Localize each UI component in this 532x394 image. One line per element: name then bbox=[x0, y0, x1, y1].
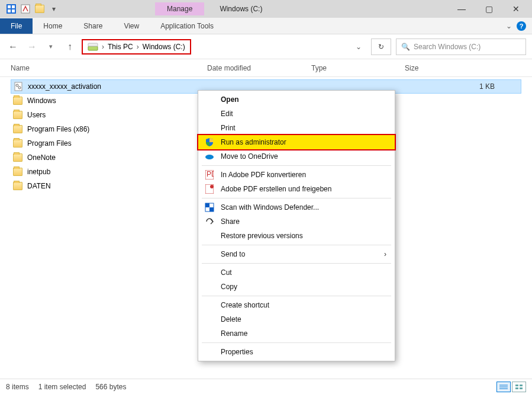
folder-icon bbox=[13, 96, 22, 105]
search-icon: 🔍 bbox=[401, 43, 410, 51]
tab-share[interactable]: Share bbox=[73, 18, 113, 34]
menu-adobe-convert[interactable]: PDF In Adobe PDF konvertieren bbox=[198, 168, 395, 182]
menu-edit[interactable]: Edit bbox=[198, 107, 395, 121]
navigation-bar: ← → ▾ ↑ › This PC › Windows (C:) ⌄ ↻ 🔍 S… bbox=[0, 34, 532, 59]
file-name: DATEN bbox=[27, 182, 51, 190]
chevron-right-icon: › bbox=[102, 43, 104, 51]
column-size[interactable]: Size bbox=[405, 64, 452, 72]
svg-rect-6 bbox=[88, 46, 98, 50]
menu-print[interactable]: Print bbox=[198, 121, 395, 135]
menu-label: Scan with Windows Defender... bbox=[221, 203, 319, 212]
details-view-button[interactable] bbox=[496, 382, 511, 392]
minimize-button[interactable]: — bbox=[448, 0, 475, 18]
qat-dropdown-icon[interactable]: ▾ bbox=[47, 2, 60, 15]
breadcrumb[interactable]: › This PC › Windows (C:) bbox=[82, 39, 191, 55]
status-count: 8 items bbox=[6, 383, 29, 391]
svg-rect-24 bbox=[515, 387, 518, 389]
batch-file-icon bbox=[14, 82, 23, 91]
svg-rect-2 bbox=[12, 5, 15, 8]
menu-send-to[interactable]: Send to › bbox=[198, 247, 395, 261]
menu-run-as-admin[interactable]: Run as administrator bbox=[198, 135, 395, 149]
svg-rect-7 bbox=[88, 43, 98, 46]
breadcrumb-item[interactable]: Windows (C:) bbox=[143, 43, 185, 51]
folder-icon bbox=[13, 167, 22, 177]
menu-properties[interactable]: Properties bbox=[198, 345, 395, 359]
context-menu: Open Edit Print Run as administrator Mov… bbox=[198, 90, 395, 361]
address-dropdown-icon[interactable]: ⌄ bbox=[351, 43, 366, 51]
svg-rect-4 bbox=[12, 9, 15, 12]
maximize-button[interactable]: ▢ bbox=[475, 0, 502, 18]
search-input[interactable]: 🔍 Search Windows (C:) bbox=[396, 39, 526, 55]
menu-share[interactable]: Share bbox=[198, 214, 395, 229]
up-button[interactable]: ↑ bbox=[63, 40, 77, 54]
menu-cut[interactable]: Cut bbox=[198, 265, 395, 280]
search-placeholder: Search Windows (C:) bbox=[414, 43, 481, 51]
file-name: Windows bbox=[27, 97, 56, 105]
menu-copy[interactable]: Copy bbox=[198, 280, 395, 294]
forward-button[interactable]: → bbox=[25, 40, 39, 54]
help-icon[interactable]: ? bbox=[517, 21, 526, 31]
tab-home[interactable]: Home bbox=[33, 18, 73, 34]
defender-icon bbox=[204, 202, 215, 213]
tab-view[interactable]: View bbox=[113, 18, 150, 34]
file-tab[interactable]: File bbox=[0, 18, 33, 34]
file-name: xxxxx_xxxxx_activation bbox=[28, 82, 101, 91]
title-bar: ▾ Manage Windows (C:) — ▢ ✕ bbox=[0, 0, 532, 18]
file-name: Program Files bbox=[27, 139, 72, 148]
status-selection: 1 item selected bbox=[38, 383, 86, 391]
folder-icon bbox=[13, 153, 22, 162]
menu-separator bbox=[202, 165, 391, 166]
svg-rect-18 bbox=[209, 207, 214, 212]
back-button[interactable]: ← bbox=[6, 40, 20, 54]
svg-rect-17 bbox=[205, 203, 209, 207]
pdf-share-icon bbox=[204, 184, 215, 194]
menu-separator bbox=[202, 342, 391, 343]
tab-application-tools[interactable]: Application Tools bbox=[150, 18, 224, 34]
menu-adobe-share[interactable]: Adobe PDF erstellen und freigeben bbox=[198, 182, 395, 196]
refresh-button[interactable]: ↻ bbox=[371, 39, 391, 55]
window-title: Windows (C:) bbox=[220, 5, 262, 13]
menu-move-onedrive[interactable]: Move to OneDrive bbox=[198, 149, 395, 164]
chevron-right-icon: › bbox=[384, 250, 386, 258]
properties-icon[interactable] bbox=[19, 2, 32, 15]
column-date[interactable]: Date modified bbox=[207, 64, 311, 72]
column-name[interactable]: Name bbox=[11, 64, 207, 72]
collapse-ribbon-icon[interactable]: ⌄ bbox=[506, 22, 512, 30]
menu-open[interactable]: Open bbox=[198, 92, 395, 107]
menu-label: Send to bbox=[221, 250, 245, 258]
folder-icon bbox=[13, 181, 22, 191]
chevron-right-icon: › bbox=[137, 43, 139, 51]
folder-icon bbox=[13, 139, 22, 148]
window-controls: — ▢ ✕ bbox=[448, 0, 530, 18]
status-size: 566 bytes bbox=[95, 383, 126, 391]
onedrive-icon bbox=[204, 151, 215, 162]
breadcrumb-item[interactable]: This PC bbox=[108, 43, 133, 51]
large-icons-view-button[interactable] bbox=[512, 382, 526, 392]
menu-defender[interactable]: Scan with Windows Defender... bbox=[198, 200, 395, 214]
menu-label: Share bbox=[221, 217, 240, 226]
file-name: OneNote bbox=[27, 153, 56, 162]
menu-delete[interactable]: Delete bbox=[198, 312, 395, 326]
recent-dropdown-icon[interactable]: ▾ bbox=[44, 40, 58, 54]
explorer-icon[interactable] bbox=[5, 2, 18, 15]
ribbon-tabs: File Home Share View Application Tools ⌄… bbox=[0, 18, 532, 34]
column-headers[interactable]: Name Date modified Type Size bbox=[0, 59, 532, 77]
svg-rect-1 bbox=[8, 5, 11, 8]
close-button[interactable]: ✕ bbox=[502, 0, 530, 18]
svg-point-11 bbox=[205, 155, 214, 159]
svg-rect-22 bbox=[515, 385, 518, 386]
menu-create-shortcut[interactable]: Create shortcut bbox=[198, 298, 395, 312]
menu-label: Run as administrator bbox=[221, 138, 286, 146]
contextual-tab[interactable]: Manage bbox=[155, 2, 204, 15]
column-type[interactable]: Type bbox=[311, 64, 405, 72]
drive-icon bbox=[88, 41, 98, 52]
menu-restore[interactable]: Restore previous versions bbox=[198, 229, 395, 243]
file-name: Program Files (x86) bbox=[27, 125, 89, 133]
svg-text:PDF: PDF bbox=[207, 170, 214, 178]
menu-rename[interactable]: Rename bbox=[198, 326, 395, 341]
menu-label: In Adobe PDF konvertieren bbox=[221, 171, 306, 179]
menu-separator bbox=[202, 296, 391, 296]
shield-icon bbox=[204, 137, 215, 148]
folder-icon bbox=[13, 124, 22, 134]
folder-icon[interactable] bbox=[33, 2, 46, 15]
